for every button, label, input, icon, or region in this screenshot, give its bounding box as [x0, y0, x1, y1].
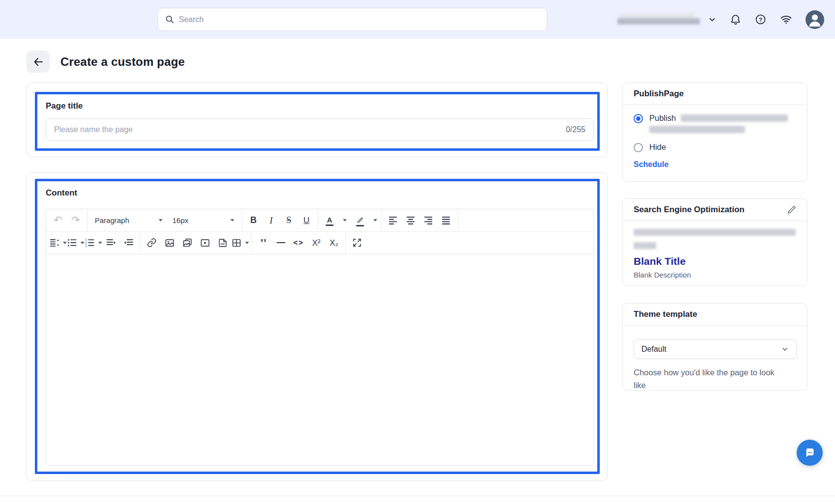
- redacted-url: [634, 242, 656, 249]
- document-icon: [218, 238, 228, 248]
- toolbar-insert-link-button[interactable]: [143, 232, 161, 253]
- page-name-field[interactable]: 0/255: [46, 118, 594, 141]
- toolbar-bullet-list-button[interactable]: [67, 232, 84, 253]
- toolbar-separator: [318, 209, 318, 231]
- toolbar-insert-video-button[interactable]: [196, 232, 214, 253]
- toolbar-text-color-button[interactable]: A: [321, 210, 338, 231]
- content-highlight-outline: Content ↶ ↷ Paragraph 16px B: [35, 179, 600, 474]
- toolbar-insert-gallery-button[interactable]: [178, 232, 196, 253]
- toolbar-undo-button[interactable]: ↶: [49, 209, 67, 231]
- outdent-icon: [124, 238, 134, 248]
- subscript-icon: X₂: [330, 239, 338, 247]
- hide-option[interactable]: Hide: [634, 142, 796, 152]
- redacted-url: [634, 229, 796, 236]
- page-title-field-label: Page title: [46, 101, 589, 111]
- toolbar-italic-button[interactable]: I: [262, 209, 280, 231]
- chevron-down-icon: [98, 242, 102, 244]
- svg-text:3: 3: [85, 244, 87, 247]
- publish-card-header: PublishPage: [623, 83, 807, 105]
- toolbar-subscript-button[interactable]: X₂: [325, 232, 343, 253]
- chat-widget-button[interactable]: [797, 440, 823, 466]
- toolbar-insert-document-button[interactable]: [214, 232, 231, 253]
- toolbar-insert-table-button[interactable]: [231, 232, 249, 253]
- toolbar-blockquote-button[interactable]: ”: [254, 232, 272, 253]
- connection-status-button[interactable]: [779, 13, 793, 26]
- theme-card-body: Default Choose how you'd like the page t…: [623, 326, 807, 392]
- toolbar-font-size-dropdown[interactable]: 16px: [167, 209, 239, 231]
- account-name-redacted: [617, 13, 700, 26]
- seo-edit-button[interactable]: [787, 205, 796, 215]
- toolbar-text-color-dropdown[interactable]: [341, 210, 349, 231]
- toolbar-outdent-button[interactable]: [120, 232, 138, 253]
- search-icon: [165, 15, 174, 24]
- publish-radio-selected[interactable]: [634, 114, 643, 123]
- toolbar-indent-button[interactable]: [102, 232, 120, 253]
- toolbar-align-center-button[interactable]: [402, 209, 420, 231]
- help-button[interactable]: ?: [754, 13, 767, 26]
- page-title: Create a custom page: [60, 55, 185, 69]
- page-title-card: Page title 0/255: [27, 83, 608, 157]
- toolbar-separator: [382, 209, 382, 231]
- theme-card-header: Theme template: [623, 304, 807, 326]
- toolbar-superscript-button[interactable]: X²: [307, 232, 325, 253]
- rich-text-editor: ↶ ↷ Paragraph 16px B I S U: [46, 209, 594, 466]
- seo-card-title: Search Engine Optimization: [634, 205, 745, 215]
- seo-result-description: Blank Description: [634, 271, 796, 279]
- chevron-down-icon: [708, 15, 717, 24]
- edit-pencil-icon: [787, 205, 796, 215]
- account-menu-chevron[interactable]: [708, 15, 717, 24]
- numbered-list-icon: 123: [85, 238, 95, 248]
- editor-content-area[interactable]: [46, 255, 593, 465]
- back-button[interactable]: [27, 51, 50, 73]
- background-color-bar: [356, 225, 364, 226]
- blockquote-icon: ”: [260, 239, 267, 246]
- wifi-icon: [779, 13, 793, 26]
- toolbar-align-left-button[interactable]: [385, 209, 402, 231]
- toolbar-block-format-dropdown[interactable]: Paragraph: [90, 209, 167, 231]
- search-box[interactable]: [158, 8, 547, 31]
- toolbar-bold-button[interactable]: B: [245, 209, 262, 231]
- theme-template-select[interactable]: Default: [634, 339, 797, 359]
- seo-card: Search Engine Optimization Blank Title B…: [622, 198, 807, 286]
- toolbar-underline-button[interactable]: U: [298, 209, 315, 231]
- toolbar-background-color-button[interactable]: [351, 210, 369, 231]
- topbar-right-cluster: ?: [617, 0, 824, 39]
- schedule-link[interactable]: Schedule: [634, 160, 668, 169]
- chevron-down-icon: [245, 242, 249, 244]
- chat-bubble-icon: [804, 447, 816, 459]
- bottom-divider: [0, 496, 835, 496]
- chevron-down-icon: [343, 219, 347, 222]
- theme-card-title: Theme template: [634, 309, 697, 319]
- toolbar-redo-button[interactable]: ↷: [67, 209, 84, 231]
- account-avatar[interactable]: [806, 10, 824, 29]
- arrow-left-icon: [32, 56, 44, 68]
- publish-card: PublishPage Publish Hide: [622, 83, 807, 182]
- toolbar-strikethrough-button[interactable]: S: [280, 209, 298, 231]
- hide-option-label: Hide: [649, 142, 666, 152]
- seo-result-title: Blank Title: [634, 255, 796, 267]
- page-name-input[interactable]: [54, 125, 566, 134]
- line-height-icon: [50, 238, 59, 248]
- toolbar-separator: [458, 209, 458, 231]
- search-input[interactable]: [179, 15, 540, 24]
- toolbar-background-color-dropdown[interactable]: [371, 210, 379, 231]
- chevron-down-icon: [81, 242, 84, 244]
- seo-card-header: Search Engine Optimization: [623, 199, 807, 221]
- toolbar-insert-image-button[interactable]: [161, 232, 178, 253]
- notifications-button[interactable]: [729, 13, 742, 26]
- toolbar-line-height-button[interactable]: [49, 232, 67, 253]
- publish-option[interactable]: Publish: [634, 113, 796, 135]
- svg-text:?: ?: [759, 17, 762, 23]
- user-icon: [806, 10, 824, 29]
- toolbar-numbered-list-button[interactable]: 123: [84, 232, 102, 253]
- toolbar-horizontal-rule-button[interactable]: [272, 232, 290, 253]
- toolbar-align-justify-button[interactable]: [438, 209, 455, 231]
- toolbar-align-right-button[interactable]: [420, 209, 438, 231]
- toolbar-fullscreen-button[interactable]: [348, 232, 366, 253]
- hide-radio[interactable]: [634, 143, 643, 152]
- text-color-icon: A: [327, 217, 333, 224]
- image-icon: [165, 238, 175, 248]
- code-icon: <>: [293, 238, 304, 247]
- toolbar-code-button[interactable]: <>: [290, 232, 307, 253]
- chevron-down-icon: [373, 219, 377, 222]
